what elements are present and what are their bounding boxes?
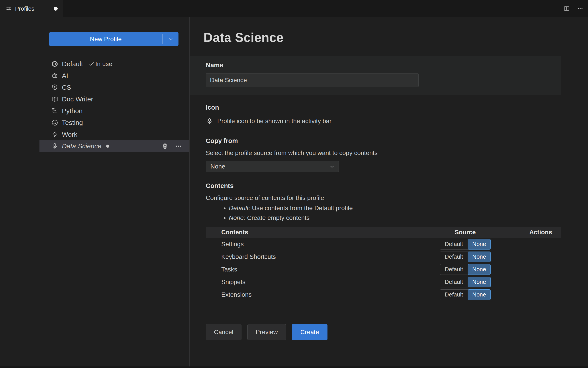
profile-item-default[interactable]: DefaultIn use xyxy=(39,58,189,70)
profile-name: Default xyxy=(62,60,83,68)
source-option-none[interactable]: None xyxy=(468,251,491,262)
row-label: Snippets xyxy=(206,278,427,286)
contents-table-body: SettingsDefaultNoneKeyboard ShortcutsDef… xyxy=(206,238,561,301)
profiles-sidebar: New Profile DefaultIn useAICSDoc WriterP… xyxy=(0,17,189,367)
contents-section: Contents Configure source of contents fo… xyxy=(190,182,588,301)
profile-item-python[interactable]: Python xyxy=(39,105,189,117)
create-button[interactable]: Create xyxy=(292,324,328,340)
row-label: Extensions xyxy=(206,291,427,298)
new-profile-dropdown-button[interactable] xyxy=(163,32,178,46)
source-option-default[interactable]: Default xyxy=(440,264,468,275)
copy-from-select[interactable]: None xyxy=(206,161,339,172)
in-use-badge: In use xyxy=(88,60,112,67)
profile-name: Data Science xyxy=(62,142,101,150)
name-section: Name xyxy=(190,56,561,95)
tab-title: Profiles xyxy=(15,5,34,12)
robot-icon xyxy=(51,72,58,80)
contents-table: Contents Source Actions SettingsDefaultN… xyxy=(206,227,561,301)
source-option-default[interactable]: Default xyxy=(440,252,468,262)
row-label: Settings xyxy=(206,241,427,248)
profile-item-doc-writer[interactable]: Doc Writer xyxy=(39,93,189,105)
source-toggle: DefaultNone xyxy=(440,264,491,275)
zap-icon xyxy=(51,131,58,138)
trash-icon[interactable] xyxy=(161,143,169,150)
copy-from-section: Copy from Select the profile source from… xyxy=(190,137,561,172)
source-option-default[interactable]: Default xyxy=(440,290,468,300)
contents-table-row: Keyboard ShortcutsDefaultNone xyxy=(206,250,561,263)
legend-default: Default: Use contents from the Default p… xyxy=(229,203,588,213)
source-option-none[interactable]: None xyxy=(468,239,491,249)
header-actions: Actions xyxy=(503,229,561,236)
row-label: Tasks xyxy=(206,266,427,273)
check-icon xyxy=(88,61,95,67)
modified-dot-icon xyxy=(106,145,109,148)
source-option-none[interactable]: None xyxy=(468,264,491,275)
profile-item-data-science[interactable]: Data Science xyxy=(39,140,189,152)
new-profile-button-label: New Profile xyxy=(49,32,162,46)
chevron-down-icon xyxy=(329,164,335,170)
profile-name: CS xyxy=(62,84,71,91)
source-toggle: DefaultNone xyxy=(440,277,491,287)
more-actions-icon[interactable] xyxy=(577,5,584,12)
cancel-button[interactable]: Cancel xyxy=(206,324,241,340)
source-toggle: DefaultNone xyxy=(440,239,491,249)
profile-row-actions xyxy=(161,142,189,150)
preview-button[interactable]: Preview xyxy=(247,324,286,340)
copy-from-value: None xyxy=(210,163,225,170)
contents-table-header: Contents Source Actions xyxy=(206,227,561,238)
profile-name: Testing xyxy=(62,119,83,126)
row-label: Keyboard Shortcuts xyxy=(206,253,427,260)
header-contents: Contents xyxy=(206,229,427,236)
profile-details: Data Science Name Icon Profile icon to b… xyxy=(190,17,588,367)
settings-sliders-icon xyxy=(6,6,12,12)
profile-name: Doc Writer xyxy=(62,95,93,103)
icon-label: Icon xyxy=(206,104,561,111)
split-editor-icon[interactable] xyxy=(563,5,570,12)
profile-item-ai[interactable]: AI xyxy=(39,70,189,82)
profile-item-cs[interactable]: CS xyxy=(39,82,189,93)
profile-item-testing[interactable]: Testing xyxy=(39,117,189,129)
legend-none: None: Create empty contents xyxy=(229,213,588,223)
profile-name: AI xyxy=(62,72,68,80)
source-toggle: DefaultNone xyxy=(440,289,491,300)
form-actions: Cancel Preview Create xyxy=(190,324,588,340)
contents-label: Contents xyxy=(206,182,588,190)
chevron-down-icon xyxy=(168,36,174,42)
contents-table-row: TasksDefaultNone xyxy=(206,263,561,276)
contents-description: Configure source of contents for this pr… xyxy=(206,194,588,202)
editor-tab-bar: Profiles xyxy=(0,0,588,17)
source-toggle: DefaultNone xyxy=(440,251,491,262)
gear-icon xyxy=(51,60,58,68)
copy-from-label: Copy from xyxy=(206,137,561,145)
dirty-indicator-dot[interactable] xyxy=(54,7,58,11)
icon-description: Profile icon to be shown in the activity… xyxy=(217,118,331,125)
mic-icon xyxy=(51,142,58,150)
new-profile-button[interactable]: New Profile xyxy=(49,32,178,46)
window-bottom-edge xyxy=(0,367,588,368)
tab-profiles[interactable]: Profiles xyxy=(0,0,63,17)
profile-name: Python xyxy=(62,107,82,115)
profile-item-work[interactable]: Work xyxy=(39,129,189,140)
header-source: Source xyxy=(427,229,503,236)
profile-list: DefaultIn useAICSDoc WriterPythonTesting… xyxy=(39,58,189,152)
book-icon xyxy=(51,95,58,103)
contents-table-row: ExtensionsDefaultNone xyxy=(206,288,561,301)
profile-name: Work xyxy=(62,131,77,138)
source-option-none[interactable]: None xyxy=(468,277,491,287)
snake-icon xyxy=(51,107,58,115)
shield-icon xyxy=(51,84,58,91)
contents-table-row: SettingsDefaultNone xyxy=(206,238,561,250)
source-option-default[interactable]: Default xyxy=(440,277,468,287)
source-option-default[interactable]: Default xyxy=(440,239,468,249)
page-title: Data Science xyxy=(203,30,588,45)
contents-table-row: SnippetsDefaultNone xyxy=(206,276,561,288)
name-label: Name xyxy=(206,62,561,69)
source-option-none[interactable]: None xyxy=(468,289,491,300)
profile-name-input[interactable] xyxy=(206,73,419,87)
contents-legend: Default: Use contents from the Default p… xyxy=(206,203,588,223)
more-actions-icon[interactable] xyxy=(174,142,182,150)
smiley-icon xyxy=(51,119,58,126)
microphone-icon[interactable] xyxy=(206,117,213,125)
editor-actions xyxy=(563,0,588,17)
copy-from-description: Select the profile source from which you… xyxy=(206,149,561,156)
